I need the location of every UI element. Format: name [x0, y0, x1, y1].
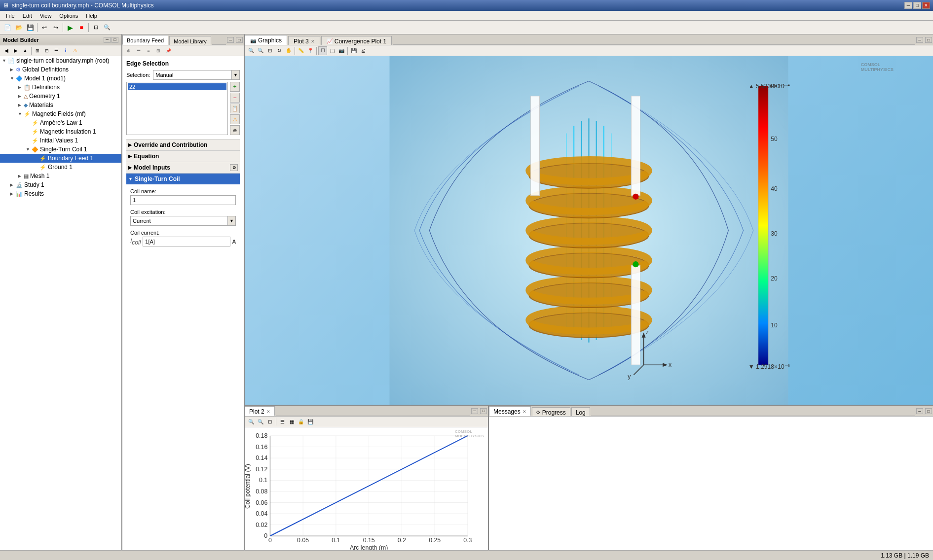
tree-row-boundary-feed[interactable]: ⚡ Boundary Feed 1 — [0, 154, 121, 163]
p2-zoomout[interactable]: 🔍 — [256, 417, 265, 426]
gfx-zoom-extent[interactable]: ⊡ — [265, 46, 274, 55]
messages-min[interactable]: ─ — [916, 408, 923, 414]
tree-row-model1[interactable]: ▼ 🔷 Model 1 (mod1) — [0, 74, 121, 83]
tree-collapse-all-btn[interactable]: ⊟ — [42, 46, 51, 55]
messages-max[interactable]: □ — [925, 408, 932, 414]
tree-row-definitions[interactable]: ▶ 📋 Definitions — [0, 83, 121, 92]
tree-row-geometry[interactable]: ▶ △ Geometry 1 — [0, 92, 121, 101]
selection-item-22[interactable]: 22 — [128, 83, 226, 90]
tab-messages-close[interactable]: ✕ — [522, 409, 526, 414]
tree-row-global-defs[interactable]: ▶ ⚙ Global Definitions — [0, 65, 121, 74]
toolbar-zoom-in-btn[interactable]: 🔍 — [102, 22, 112, 33]
gfx-export[interactable]: 💾 — [349, 46, 358, 55]
sel-add-btn[interactable]: + — [230, 82, 240, 92]
menu-help[interactable]: Help — [82, 12, 101, 20]
toolbar-save-btn[interactable]: 💾 — [25, 22, 36, 33]
menu-file[interactable]: File — [2, 12, 19, 20]
tree-row-study[interactable]: ▶ 🔬 Study 1 — [0, 180, 121, 189]
toolbar-open-btn[interactable]: 📂 — [13, 22, 24, 33]
bp-btn1[interactable]: ⊕ — [124, 46, 133, 55]
tab-plot3[interactable]: Plot 3 ✕ — [288, 36, 320, 45]
tab-graphics[interactable]: 📷 Graphics — [245, 35, 287, 45]
toolbar-zoom-extent-btn[interactable]: ⊡ — [90, 22, 101, 33]
tree-row-ground[interactable]: ⚡ Ground 1 — [0, 163, 121, 172]
single-turn-coil-header[interactable]: ▼ Single-Turn Coil — [126, 174, 240, 184]
tab-progress[interactable]: ⟳ Progress — [532, 407, 570, 416]
tab-convergence[interactable]: 📈 Convergence Plot 1 — [321, 36, 392, 45]
tab-boundary-feed[interactable]: Boundary Feed — [122, 35, 168, 45]
gfx-measure[interactable]: 📏 — [297, 46, 305, 55]
coil-excitation-arrow[interactable]: ▼ — [227, 216, 235, 225]
graphics-panel-min[interactable]: ─ — [916, 37, 923, 43]
gfx-highlight[interactable]: ☐ — [318, 46, 327, 55]
sel-zoom-btn[interactable]: ⊕ — [230, 125, 240, 135]
boundary-panel-min[interactable]: ─ — [227, 37, 234, 43]
bp-btn2[interactable]: ☰ — [134, 46, 143, 55]
gfx-snapshot[interactable]: 📷 — [337, 46, 346, 55]
tree-row-materials[interactable]: ▶ ◆ Materials — [0, 101, 121, 109]
bp-btn5[interactable]: 📌 — [164, 46, 173, 55]
model-builder-minimize[interactable]: ─ — [104, 37, 111, 43]
plot2-max[interactable]: □ — [480, 408, 487, 414]
gfx-rotate[interactable]: ↻ — [275, 46, 284, 55]
menu-options[interactable]: Options — [55, 12, 82, 20]
toolbar-undo-btn[interactable]: ↩ — [39, 22, 50, 33]
graphics-viewport[interactable]: Surface: Coil potential (V) Streamline: … — [245, 56, 933, 405]
model-inputs-settings-btn[interactable]: ⚙ — [230, 164, 238, 171]
tab-plot3-close[interactable]: ✕ — [311, 39, 315, 44]
gfx-pan[interactable]: ✋ — [284, 46, 293, 55]
tree-row-single-turn-coil[interactable]: ▼ 🔶 Single-Turn Coil 1 — [0, 145, 121, 154]
plot2-min[interactable]: ─ — [471, 408, 478, 414]
graphics-panel-max[interactable]: □ — [925, 37, 932, 43]
sel-paste-btn[interactable]: ⚠ — [230, 114, 240, 124]
bp-btn4[interactable]: ⊞ — [154, 46, 163, 55]
close-button[interactable]: ✕ — [922, 2, 930, 9]
coil-current-input[interactable] — [143, 237, 230, 246]
menu-edit[interactable]: Edit — [19, 12, 36, 20]
tree-expand-all-btn[interactable]: ⊞ — [33, 46, 42, 55]
tree-row-results[interactable]: ▶ 📊 Results — [0, 189, 121, 198]
tree-row-amperes[interactable]: ⚡ Ampère's Law 1 — [0, 118, 121, 127]
gfx-print[interactable]: 🖨 — [359, 46, 368, 55]
menu-view[interactable]: View — [36, 12, 56, 20]
override-header[interactable]: ▶ Override and Contribution — [126, 140, 240, 150]
tab-messages[interactable]: Messages ✕ — [489, 406, 531, 416]
toolbar-new-btn[interactable]: 📄 — [2, 22, 13, 33]
p2-lock[interactable]: 🔒 — [297, 417, 305, 426]
gfx-zoom-in[interactable]: 🔍 — [247, 46, 256, 55]
p2-cols[interactable]: ▦ — [287, 417, 296, 426]
model-builder-maximize[interactable]: □ — [112, 37, 118, 43]
model-inputs-header[interactable]: ▶ Model Inputs ⚙ — [126, 162, 240, 173]
maximize-button[interactable]: □ — [913, 2, 921, 9]
tab-log[interactable]: Log — [571, 407, 590, 416]
toolbar-run-btn[interactable]: ▶ — [65, 22, 75, 33]
tree-warning-btn[interactable]: ⚠ — [71, 46, 79, 55]
p2-export[interactable]: 💾 — [306, 417, 315, 426]
p2-extent[interactable]: ⊡ — [265, 417, 274, 426]
tab-model-library[interactable]: Model Library — [169, 36, 211, 45]
minimize-button[interactable]: ─ — [904, 2, 912, 9]
tree-row-mf[interactable]: ▼ ⚡ Magnetic Fields (mf) — [0, 109, 121, 118]
boundary-panel-max[interactable]: □ — [236, 37, 243, 43]
tree-row-root[interactable]: ▼ 📄 single-turn coil boundary.mph (root) — [0, 56, 121, 65]
tree-view-btn[interactable]: ☰ — [52, 46, 61, 55]
tree-row-mesh[interactable]: ▶ ▦ Mesh 1 — [0, 172, 121, 180]
sel-remove-btn[interactable]: − — [230, 93, 240, 103]
bp-btn3[interactable]: ≡ — [144, 46, 153, 55]
selection-dropdown-arrow[interactable]: ▼ — [231, 70, 239, 79]
toolbar-redo-btn[interactable]: ↪ — [50, 22, 61, 33]
tree-row-initial-values[interactable]: ⚡ Initial Values 1 — [0, 136, 121, 145]
tree-back-btn[interactable]: ◀ — [2, 46, 11, 55]
tree-forward-btn[interactable]: ▶ — [11, 46, 20, 55]
gfx-probe[interactable]: 📍 — [306, 46, 315, 55]
coil-name-input[interactable] — [130, 195, 236, 205]
gfx-3d-render[interactable]: ⬚ — [328, 46, 336, 55]
tree-up-btn[interactable]: ▲ — [21, 46, 30, 55]
tab-plot2-close[interactable]: ✕ — [266, 409, 270, 414]
p2-table[interactable]: ☰ — [278, 417, 287, 426]
p2-zoomin[interactable]: 🔍 — [247, 417, 256, 426]
equation-header[interactable]: ▶ Equation — [126, 151, 240, 162]
gfx-zoom-out[interactable]: 🔍 — [256, 46, 265, 55]
toolbar-stop-btn[interactable]: ■ — [76, 22, 87, 33]
tree-info-btn[interactable]: ℹ — [61, 46, 70, 55]
